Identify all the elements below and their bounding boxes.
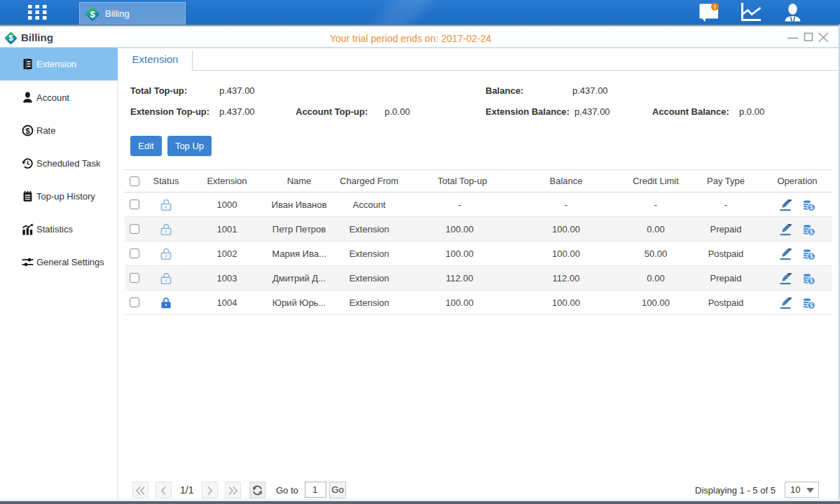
svg-text:!: ! [714,4,716,10]
svg-text:$: $ [810,253,813,260]
svg-text:$: $ [810,228,813,235]
svg-text:$: $ [810,277,813,284]
svg-text:$: $ [810,302,813,309]
svg-text:$: $ [810,204,813,211]
svg-text:$: $ [25,127,30,135]
svg-text:$: $ [90,8,95,19]
